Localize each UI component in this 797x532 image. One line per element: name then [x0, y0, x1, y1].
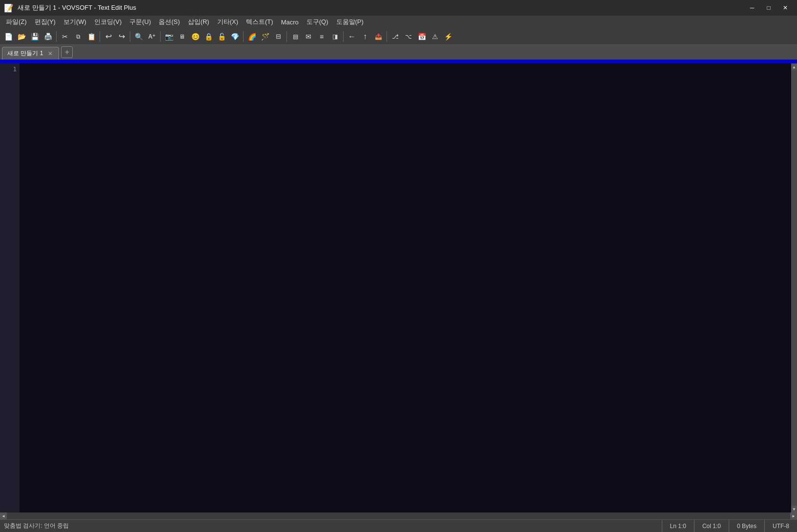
screenshot-icon: 📷 — [165, 33, 173, 41]
cut-icon: ✂ — [62, 33, 68, 41]
export-icon: 📤 — [375, 33, 382, 40]
toolbar-gem-button[interactable]: 💎 — [228, 30, 241, 43]
scroll-down-arrow[interactable]: ▼ — [791, 506, 797, 512]
toolbar-color-button[interactable]: 🌈 — [245, 30, 258, 43]
toolbar-unlock-button[interactable]: 🔓 — [215, 30, 228, 43]
toolbar-warn-button[interactable]: ⚠ — [429, 30, 441, 43]
toolbar-screenshot-button[interactable]: 📷 — [163, 30, 175, 43]
tab-close-button[interactable]: ✕ — [47, 51, 54, 57]
branch-icon: ⎇ — [392, 33, 399, 40]
toolbar-open-button[interactable]: 📂 — [15, 30, 28, 43]
tab-new-1[interactable]: 새로 만들기 1 ✕ — [2, 47, 59, 60]
menu-item-tools[interactable]: 도구(Q) — [303, 17, 332, 27]
size-label: 0 Bytes — [737, 523, 756, 530]
color-icon: 🌈 — [248, 33, 256, 41]
toolbar-db-button[interactable]: ◨ — [328, 30, 341, 43]
toolbar-sep-7 — [343, 31, 344, 42]
calendar-icon: 📅 — [418, 33, 426, 41]
maximize-button[interactable]: □ — [761, 1, 777, 15]
funnel-icon: ⊟ — [276, 33, 281, 40]
db-icon: ◨ — [332, 33, 338, 40]
toolbar-monitor-button[interactable]: 🖥 — [176, 30, 188, 43]
back-icon: ← — [348, 32, 356, 41]
tab-bar: 새로 만들기 1 ✕ + — [0, 45, 797, 60]
toolbar-funnel-button[interactable]: ⊟ — [272, 30, 285, 43]
toolbar-print-button[interactable]: 🖨️ — [41, 30, 54, 43]
open-icon: 📂 — [18, 33, 26, 41]
toolbar-sep-8 — [387, 31, 387, 42]
undo-icon: ↩ — [105, 32, 112, 41]
toolbar-search-button[interactable]: A⁺ — [145, 30, 158, 43]
line-label: Ln 1:0 — [670, 523, 686, 530]
tab-label: 새로 만들기 1 — [7, 49, 43, 58]
menu-item-macro[interactable]: Macro — [277, 18, 303, 27]
toolbar-copy-button[interactable]: ⧉ — [72, 30, 84, 43]
toolbar-redo-button[interactable]: ↪ — [115, 30, 128, 43]
menu-bar: 파일(Z) 편집(Y) 보기(W) 인코딩(V) 구문(U) 옵션(S) 삽입(… — [0, 16, 797, 28]
menu-item-syntax[interactable]: 구문(U) — [125, 17, 155, 27]
toolbar-cut-button[interactable]: ✂ — [59, 30, 71, 43]
toolbar-text-format-button[interactable]: ▤ — [289, 30, 302, 43]
toolbar-export-button[interactable]: 📤 — [372, 30, 385, 43]
face-icon: 😊 — [191, 33, 200, 41]
toolbar-sep-3 — [130, 31, 130, 42]
line-numbers: 1 — [0, 63, 20, 512]
toolbar: 📄 📂 💾 🖨️ ✂ ⧉ 📋 ↩ ↪ 🔍 A⁺ 📷 🖥 😊 🔒 — [0, 28, 797, 45]
toolbar-face-button[interactable]: 😊 — [189, 30, 202, 43]
scroll-left-arrow[interactable]: ◄ — [0, 512, 7, 519]
horizontal-scrollbar[interactable]: ◄ ► — [0, 512, 797, 519]
list-icon: ≡ — [320, 33, 324, 41]
unlock-icon: 🔓 — [218, 33, 226, 41]
scroll-up-arrow[interactable]: ▲ — [791, 63, 797, 70]
toolbar-lock-button[interactable]: 🔒 — [202, 30, 215, 43]
minimize-button[interactable]: ─ — [744, 1, 760, 15]
menu-item-encoding[interactable]: 인코딩(V) — [90, 17, 125, 27]
merge-icon: ⌥ — [405, 33, 412, 40]
mail-icon: ✉ — [306, 33, 311, 41]
status-spell-check: 맞춤법 검사기: 언어 중립 — [0, 520, 662, 532]
close-button[interactable]: ✕ — [777, 1, 793, 15]
menu-item-file[interactable]: 파일(Z) — [2, 17, 31, 27]
title-bar: 📝 새로 만들기 1 - VOVSOFT - Text Edit Plus ─ … — [0, 0, 797, 16]
toolbar-up-button[interactable]: ↑ — [359, 30, 371, 43]
zoom-icon: 🔍 — [135, 33, 143, 41]
toolbar-calendar-button[interactable]: 📅 — [415, 30, 428, 43]
toolbar-merge-button[interactable]: ⌥ — [402, 30, 415, 43]
save-icon: 💾 — [31, 33, 39, 41]
toolbar-paste-button[interactable]: 📋 — [85, 30, 98, 43]
menu-item-edit[interactable]: 편집(Y) — [31, 17, 60, 27]
toolbar-list-button[interactable]: ≡ — [315, 30, 328, 43]
spell-check-label: 맞춤법 검사기: 언어 중립 — [4, 522, 69, 530]
toolbar-branch-button[interactable]: ⎇ — [389, 30, 402, 43]
toolbar-mail-button[interactable]: ✉ — [302, 30, 315, 43]
redo-icon: ↪ — [119, 32, 125, 41]
menu-item-options[interactable]: 옵션(S) — [155, 17, 184, 27]
copy-icon: ⧉ — [76, 33, 81, 40]
menu-item-misc[interactable]: 기타(X) — [213, 17, 242, 27]
wand-icon: 🪄 — [261, 33, 269, 41]
toolbar-back-button[interactable]: ← — [346, 30, 358, 43]
line-number-1: 1 — [3, 65, 17, 73]
lightning-icon: ⚡ — [444, 33, 452, 41]
vertical-scrollbar[interactable]: ▲ ▼ — [791, 63, 797, 512]
col-label: Col 1:0 — [702, 523, 721, 530]
status-line: Ln 1:0 — [662, 520, 695, 532]
toolbar-zoom-button[interactable]: 🔍 — [132, 30, 145, 43]
toolbar-sep-2 — [100, 31, 100, 42]
h-scroll-track[interactable] — [7, 512, 790, 519]
scroll-right-arrow[interactable]: ► — [790, 512, 797, 519]
scrollbar-thumb[interactable] — [791, 70, 797, 506]
menu-item-text[interactable]: 텍스트(T) — [242, 17, 277, 27]
toolbar-undo-button[interactable]: ↩ — [102, 30, 115, 43]
toolbar-wand-button[interactable]: 🪄 — [259, 30, 271, 43]
tab-add-button[interactable]: + — [61, 46, 73, 58]
menu-item-help[interactable]: 도움말(P) — [332, 17, 368, 27]
print-icon: 🖨️ — [44, 33, 52, 41]
editor-highlight-bar — [0, 60, 797, 63]
editor-textarea[interactable] — [20, 63, 791, 512]
toolbar-save-button[interactable]: 💾 — [28, 30, 41, 43]
toolbar-lightning-button[interactable]: ⚡ — [442, 30, 454, 43]
menu-item-insert[interactable]: 삽입(R) — [184, 17, 213, 27]
menu-item-view[interactable]: 보기(W) — [60, 17, 90, 27]
toolbar-new-button[interactable]: 📄 — [2, 30, 15, 43]
